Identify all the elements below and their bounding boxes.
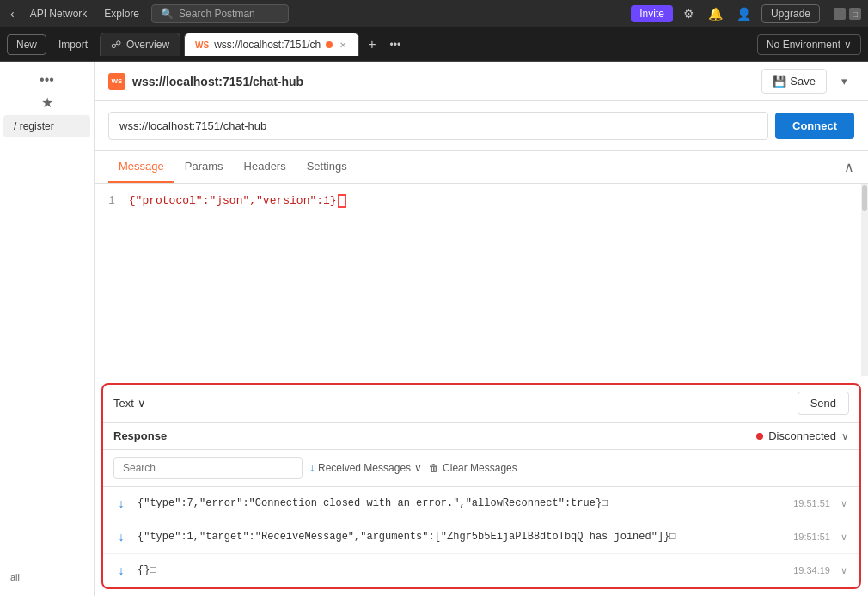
- message-content-1: {"type":1,"target":"ReceiveMessage","arg…: [138, 531, 778, 543]
- tab-ws[interactable]: WS wss://localhost:7151/ch ✕: [184, 33, 359, 56]
- save-chevron-button[interactable]: ▾: [834, 70, 854, 93]
- down-arrow-icon-2: ↓: [119, 563, 125, 577]
- message-list: ↓ {"type":7,"error":"Connection closed w…: [103, 487, 859, 587]
- connect-button[interactable]: Connect: [775, 113, 854, 139]
- api-network-btn[interactable]: API Network: [25, 6, 93, 21]
- code-content-1: {"protocol":"json","version":1}: [129, 194, 346, 208]
- text-label: Text: [113, 397, 134, 410]
- save-icon: 💾: [773, 75, 786, 88]
- download-icon: ↓: [309, 462, 315, 474]
- down-arrow-icon-1: ↓: [119, 530, 125, 544]
- bell-icon[interactable]: 🔔: [705, 5, 726, 22]
- request-tabs: Message Params Headers Settings ∧: [95, 151, 868, 184]
- sidebar-item-label: / register: [14, 120, 54, 132]
- global-search[interactable]: 🔍 Search Postman: [151, 4, 289, 23]
- clear-label: Clear Messages: [443, 462, 517, 474]
- environment-selector[interactable]: No Environment ∨: [757, 34, 861, 55]
- text-chevron-icon: ∨: [138, 397, 146, 410]
- sidebar-item-register[interactable]: / register: [3, 115, 90, 137]
- add-tab-button[interactable]: +: [363, 35, 381, 54]
- tab-more-button[interactable]: •••: [385, 37, 406, 52]
- message-icon-2: ↓: [113, 563, 129, 578]
- minimize-button[interactable]: —: [834, 8, 846, 20]
- sidebar-more-button[interactable]: •••: [0, 69, 94, 91]
- main-layout: ••• ★ / register ail WS wss://localhost:…: [0, 62, 868, 596]
- code-line-1: 1 {"protocol":"json","version":1}: [108, 194, 854, 208]
- response-toolbar: Text ∨ Send: [103, 385, 859, 423]
- avatar-icon[interactable]: 👤: [733, 5, 755, 22]
- top-nav: ‹ API Network Explore 🔍 Search Postman I…: [0, 0, 868, 27]
- cursor-box: [338, 194, 346, 208]
- tab-params-label: Params: [185, 160, 223, 173]
- tab-close-button[interactable]: ✕: [338, 40, 348, 50]
- message-icon-1: ↓: [113, 529, 129, 544]
- send-button[interactable]: Send: [798, 392, 849, 415]
- response-title: Response: [113, 429, 167, 442]
- tab-settings-label: Settings: [307, 160, 347, 173]
- ws-tab-label: wss://localhost:7151/ch: [214, 39, 321, 51]
- tab-message-label: Message: [119, 160, 164, 173]
- response-filters: ↓ Received Messages ∨ 🗑 Clear Messages: [103, 450, 859, 487]
- message-expand-1[interactable]: ∨: [839, 532, 849, 543]
- nav-left: ‹ API Network Explore: [7, 5, 144, 22]
- import-button[interactable]: Import: [50, 35, 96, 54]
- message-search-input[interactable]: [113, 457, 303, 479]
- message-expand-0[interactable]: ∨: [839, 498, 849, 509]
- response-panel: Text ∨ Send Response Disconnected ∨ ↓: [101, 383, 861, 589]
- code-editor[interactable]: 1 {"protocol":"json","version":1}: [95, 184, 868, 376]
- message-row[interactable]: ↓ {}□ 19:34:19 ∨: [103, 554, 859, 587]
- collapse-button[interactable]: ∧: [844, 159, 854, 175]
- tab-overview[interactable]: ☍ Overview: [100, 33, 180, 56]
- vertical-scrollbar[interactable]: [861, 184, 868, 376]
- sidebar: ••• ★ / register ail: [0, 62, 95, 596]
- tab-headers-label: Headers: [244, 160, 286, 173]
- received-messages-button[interactable]: ↓ Received Messages ∨: [309, 462, 422, 474]
- tab-settings[interactable]: Settings: [296, 151, 358, 183]
- maximize-button[interactable]: □: [849, 8, 861, 20]
- request-title: wss://localhost:7151/chat-hub: [132, 75, 755, 88]
- message-expand-2[interactable]: ∨: [839, 565, 849, 576]
- tab-unsaved-dot: [326, 41, 333, 48]
- invite-button[interactable]: Invite: [631, 5, 673, 22]
- upgrade-button[interactable]: Upgrade: [761, 4, 820, 23]
- message-content-0: {"type":7,"error":"Connection closed wit…: [138, 497, 778, 509]
- trash-icon: 🗑: [429, 462, 439, 474]
- sidebar-bottom-label: ail: [0, 565, 94, 589]
- back-btn[interactable]: ‹: [7, 5, 18, 22]
- message-row[interactable]: ↓ {"type":1,"target":"ReceiveMessage","a…: [103, 520, 859, 554]
- disconnected-badge: Disconnected ∨: [756, 429, 849, 442]
- search-icon: 🔍: [161, 8, 174, 20]
- down-arrow-icon-0: ↓: [119, 496, 125, 510]
- settings-icon[interactable]: ⚙: [680, 5, 698, 22]
- new-button[interactable]: New: [7, 34, 46, 55]
- overview-tab-label: Overview: [126, 39, 169, 51]
- window-controls: — □: [834, 8, 861, 20]
- message-content-2: {}□: [138, 564, 778, 576]
- message-time-2: 19:34:19: [793, 565, 830, 575]
- tab-headers[interactable]: Headers: [234, 151, 296, 183]
- url-input[interactable]: [108, 112, 768, 140]
- ws-icon: WS: [108, 73, 125, 90]
- message-time-0: 19:51:51: [793, 498, 830, 508]
- tab-message[interactable]: Message: [108, 151, 174, 183]
- received-chevron-icon: ∨: [414, 462, 422, 474]
- request-header: WS wss://localhost:7151/chat-hub 💾 Save …: [95, 62, 868, 101]
- save-label: Save: [790, 75, 816, 88]
- message-icon-0: ↓: [113, 496, 129, 511]
- explore-btn[interactable]: Explore: [99, 6, 144, 21]
- env-chevron-icon: ∨: [844, 39, 852, 51]
- save-button[interactable]: 💾 Save: [761, 69, 827, 94]
- received-messages-label: Received Messages: [318, 462, 411, 474]
- clear-messages-button[interactable]: 🗑 Clear Messages: [429, 462, 517, 474]
- url-bar: Connect: [95, 101, 868, 151]
- nav-right: Invite ⚙ 🔔 👤 Upgrade — □: [631, 4, 861, 23]
- text-type-dropdown[interactable]: Text ∨: [113, 397, 146, 410]
- tab-params[interactable]: Params: [174, 151, 234, 183]
- message-row[interactable]: ↓ {"type":7,"error":"Connection closed w…: [103, 487, 859, 520]
- ws-icon-text: WS: [112, 77, 123, 85]
- search-placeholder: Search Postman: [179, 8, 255, 20]
- scrollbar-thumb: [862, 185, 867, 211]
- disconnected-chevron[interactable]: ∨: [841, 430, 849, 442]
- line-number-1: 1: [108, 194, 115, 207]
- sidebar-fav-button[interactable]: ★: [0, 91, 94, 114]
